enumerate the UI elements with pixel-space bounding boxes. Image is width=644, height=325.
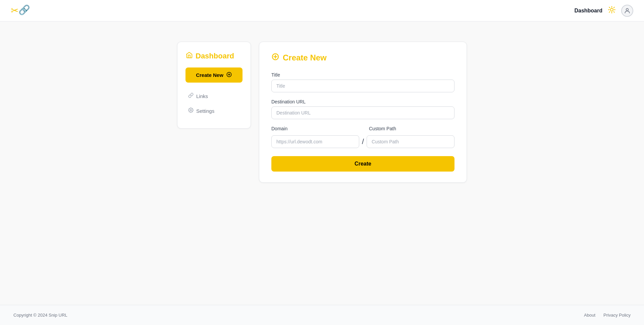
- domain-custom-path-labels: Domain Custom Path: [271, 126, 454, 133]
- sidebar-card: Dashboard Create New Links: [177, 42, 251, 129]
- sidebar-create-new-button[interactable]: Create New: [185, 67, 243, 83]
- footer-links: About Privacy Policy: [584, 313, 631, 318]
- footer: Copyright © 2024 Snip URL About Privacy …: [0, 305, 644, 325]
- sidebar-links-label: Links: [196, 93, 208, 99]
- svg-line-5: [609, 7, 610, 8]
- form-title-icon: [271, 53, 279, 63]
- create-button[interactable]: Create: [271, 156, 454, 172]
- footer-copyright: Copyright © 2024 Snip URL: [13, 313, 67, 318]
- title-label: Title: [271, 72, 454, 78]
- logo: ✂🔗: [11, 5, 30, 16]
- custom-path-label: Custom Path: [369, 126, 454, 131]
- settings-icon: [188, 107, 194, 114]
- sidebar-dashboard-label: Dashboard: [196, 52, 234, 60]
- sidebar-title: Dashboard: [185, 51, 243, 61]
- svg-point-9: [626, 8, 629, 11]
- header: ✂🔗 Dashboard: [0, 0, 644, 21]
- main-content: Dashboard Create New Links: [0, 21, 644, 305]
- svg-line-7: [614, 7, 614, 8]
- form-heading: Create New: [283, 53, 327, 62]
- footer-privacy-policy-link[interactable]: Privacy Policy: [603, 313, 631, 318]
- slash-divider: /: [359, 138, 367, 145]
- custom-path-label-container: Custom Path: [369, 126, 454, 133]
- sidebar-item-settings[interactable]: Settings: [185, 104, 243, 118]
- sidebar-item-links[interactable]: Links: [185, 89, 243, 103]
- logo-icon: ✂🔗: [11, 5, 30, 16]
- theme-icon[interactable]: [608, 6, 616, 16]
- destination-url-field-group: Destination URL: [271, 99, 454, 119]
- destination-url-input[interactable]: [271, 106, 454, 119]
- form-title: Create New: [271, 53, 454, 63]
- create-button-label: Create: [355, 161, 371, 167]
- custom-path-input[interactable]: [367, 135, 454, 148]
- links-icon: [188, 93, 194, 99]
- svg-line-6: [614, 11, 614, 12]
- svg-line-8: [609, 11, 610, 12]
- svg-point-0: [610, 8, 613, 11]
- header-dashboard-label: Dashboard: [574, 8, 602, 14]
- sidebar-settings-label: Settings: [196, 108, 214, 114]
- home-icon: [185, 51, 193, 61]
- domain-custom-path-group: Domain Custom Path /: [271, 126, 454, 148]
- destination-url-label: Destination URL: [271, 99, 454, 104]
- domain-label-container: Domain: [271, 126, 357, 133]
- svg-point-13: [190, 109, 192, 111]
- footer-about-link[interactable]: About: [584, 313, 595, 318]
- header-right: Dashboard: [574, 5, 633, 17]
- sidebar-create-new-label: Create New: [196, 72, 223, 78]
- user-avatar-button[interactable]: [621, 5, 633, 17]
- title-field-group: Title: [271, 72, 454, 92]
- title-input[interactable]: [271, 80, 454, 92]
- domain-input[interactable]: [271, 135, 359, 148]
- sidebar-create-new-icon: [226, 72, 232, 79]
- domain-label: Domain: [271, 126, 357, 131]
- domain-custom-path-inputs: /: [271, 135, 454, 148]
- form-card: Create New Title Destination URL Domain …: [259, 42, 467, 183]
